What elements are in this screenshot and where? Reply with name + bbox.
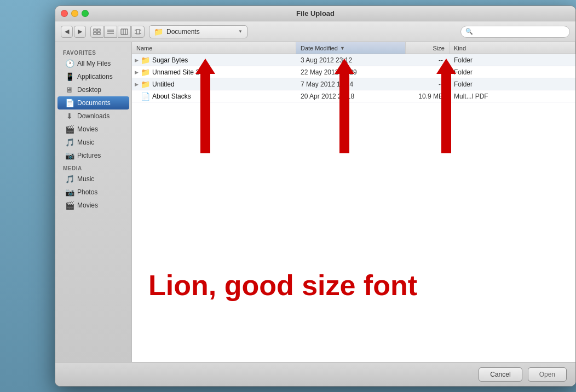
close-button[interactable] xyxy=(61,10,68,17)
sidebar-item-label: Documents xyxy=(77,99,111,107)
media-label: MEDIA xyxy=(55,162,131,172)
bottom-bar: Cancel Open xyxy=(55,362,575,386)
file-name: Untitled xyxy=(152,80,175,88)
sidebar-item-downloads[interactable]: ⬇ Downloads xyxy=(57,109,129,123)
sort-arrow-icon: ▼ xyxy=(340,45,345,51)
dialog-title: File Upload xyxy=(296,9,335,18)
sidebar-item-label: Photos xyxy=(77,188,97,196)
sidebar-item-pictures[interactable]: 📷 Pictures xyxy=(57,149,129,162)
open-button[interactable]: Open xyxy=(528,367,567,382)
icon-view-button[interactable] xyxy=(90,26,103,38)
photos-media-icon: 📷 xyxy=(65,188,74,197)
sidebar-item-label: All My Files xyxy=(77,60,111,67)
coverflow-view-button[interactable] xyxy=(131,26,145,38)
row-expander[interactable]: ▶ xyxy=(132,54,141,66)
row-size-cell: -- xyxy=(406,56,450,64)
search-input[interactable] xyxy=(475,28,565,36)
table-row[interactable]: ▶ 📁 Unnamed Site 2 22 May 2012 09:29 -- … xyxy=(132,66,575,78)
music-icon: 🎵 xyxy=(65,138,74,147)
column-headers: Name Date Modified ▼ Size Kind xyxy=(132,42,575,54)
row-expander[interactable]: ▶ xyxy=(132,66,141,78)
main-area: FAVORITES 🕐 All My Files 📱 Applications … xyxy=(55,42,575,362)
folder-selector[interactable]: 📁 Documents ▼ xyxy=(149,25,247,38)
documents-icon: 📄 xyxy=(65,99,74,107)
file-name: About Stacks xyxy=(152,93,191,100)
name-column-header[interactable]: Name xyxy=(132,42,296,54)
cancel-button[interactable]: Cancel xyxy=(479,367,522,382)
svg-rect-13 xyxy=(136,30,140,34)
row-kind-cell: Folder xyxy=(450,80,575,88)
sidebar-item-label: Downloads xyxy=(77,112,110,120)
list-view-button[interactable] xyxy=(104,26,117,38)
row-kind-cell: Folder xyxy=(450,68,575,76)
row-date-cell: 20 Apr 2012 20:18 xyxy=(296,93,406,100)
sidebar-item-all-my-files[interactable]: 🕐 All My Files xyxy=(57,57,129,70)
folder-item-icon: 📁 xyxy=(141,80,150,89)
table-row[interactable]: ▶ 📁 Sugar Bytes 3 Aug 2012 23:12 -- Fold… xyxy=(132,54,575,66)
search-box[interactable]: 🔍 xyxy=(460,26,570,38)
sidebar: FAVORITES 🕐 All My Files 📱 Applications … xyxy=(55,42,132,362)
sidebar-item-desktop[interactable]: 🖥 Desktop xyxy=(57,83,129,96)
table-row[interactable]: ▶ 📁 Untitled 7 May 2012 12:14 -- Folder xyxy=(132,78,575,90)
file-list-area: Name Date Modified ▼ Size Kind ▶ xyxy=(132,42,575,362)
nav-buttons: ◀ ▶ xyxy=(61,26,86,38)
back-button[interactable]: ◀ xyxy=(61,26,73,38)
sidebar-item-music-media[interactable]: 🎵 Music xyxy=(57,172,129,186)
movies-icon: 🎬 xyxy=(65,125,74,134)
row-name-cell: 📄 About Stacks xyxy=(141,92,296,101)
sidebar-item-photos-media[interactable]: 📷 Photos xyxy=(57,186,129,199)
maximize-button[interactable] xyxy=(82,10,89,17)
sidebar-item-movies-media[interactable]: 🎬 Movies xyxy=(57,199,129,212)
row-date-cell: 3 Aug 2012 23:12 xyxy=(296,56,406,64)
sidebar-item-documents[interactable]: 📄 Documents xyxy=(57,96,129,109)
row-name-cell: 📁 Sugar Bytes xyxy=(141,56,296,65)
row-date-cell: 22 May 2012 09:29 xyxy=(296,68,406,76)
downloads-icon: ⬇ xyxy=(65,112,74,120)
view-buttons xyxy=(90,26,145,38)
row-size-cell: 10.9 MB xyxy=(406,93,450,100)
row-size-cell: -- xyxy=(406,68,450,76)
desktop-icon: 🖥 xyxy=(65,85,74,94)
row-size-cell: -- xyxy=(406,80,450,88)
current-folder-name: Documents xyxy=(166,28,235,36)
kind-column-header[interactable]: Kind xyxy=(450,42,575,54)
movies-media-icon: 🎬 xyxy=(65,201,74,210)
size-column-header[interactable]: Size xyxy=(406,42,450,54)
svg-rect-2 xyxy=(94,32,96,34)
minimize-button[interactable] xyxy=(71,10,78,17)
file-rows: ▶ 📁 Sugar Bytes 3 Aug 2012 23:12 -- Fold… xyxy=(132,54,575,362)
file-name: Sugar Bytes xyxy=(152,56,188,64)
row-kind-cell: Mult...l PDF xyxy=(450,93,575,100)
title-bar: File Upload xyxy=(55,6,575,21)
applications-icon: 📱 xyxy=(65,72,74,81)
sidebar-item-label: Pictures xyxy=(77,152,101,159)
sidebar-item-applications[interactable]: 📱 Applications xyxy=(57,70,129,83)
sidebar-item-label: Movies xyxy=(77,125,98,133)
traffic-lights xyxy=(61,10,89,17)
svg-rect-0 xyxy=(94,29,96,31)
date-column-header[interactable]: Date Modified ▼ xyxy=(296,42,406,54)
forward-button[interactable]: ▶ xyxy=(74,26,86,38)
row-name-cell: 📁 Untitled xyxy=(141,80,296,89)
dropdown-arrow-icon: ▼ xyxy=(238,29,243,34)
row-expander[interactable]: ▶ xyxy=(132,78,141,90)
row-date-cell: 7 May 2012 12:14 xyxy=(296,80,406,88)
sidebar-item-label: Music xyxy=(77,175,94,183)
column-view-button[interactable] xyxy=(118,26,131,38)
svg-rect-3 xyxy=(97,32,100,34)
folder-item-icon: 📁 xyxy=(141,68,150,77)
sidebar-item-movies[interactable]: 🎬 Movies xyxy=(57,123,129,136)
search-icon: 🔍 xyxy=(465,28,473,35)
all-my-files-icon: 🕐 xyxy=(65,59,74,68)
file-name: Unnamed Site 2 xyxy=(152,68,199,76)
folder-item-icon: 📁 xyxy=(141,56,150,65)
sidebar-item-label: Movies xyxy=(77,201,98,209)
music-media-icon: 🎵 xyxy=(65,175,74,183)
toolbar: ◀ ▶ xyxy=(55,21,575,42)
dialog-window: File Upload ◀ ▶ xyxy=(55,5,576,387)
row-kind-cell: Folder xyxy=(450,56,575,64)
sidebar-item-label: Applications xyxy=(77,73,113,80)
table-row[interactable]: 📄 About Stacks 20 Apr 2012 20:18 10.9 MB… xyxy=(132,90,575,102)
row-expander xyxy=(132,90,141,102)
sidebar-item-music[interactable]: 🎵 Music xyxy=(57,136,129,149)
